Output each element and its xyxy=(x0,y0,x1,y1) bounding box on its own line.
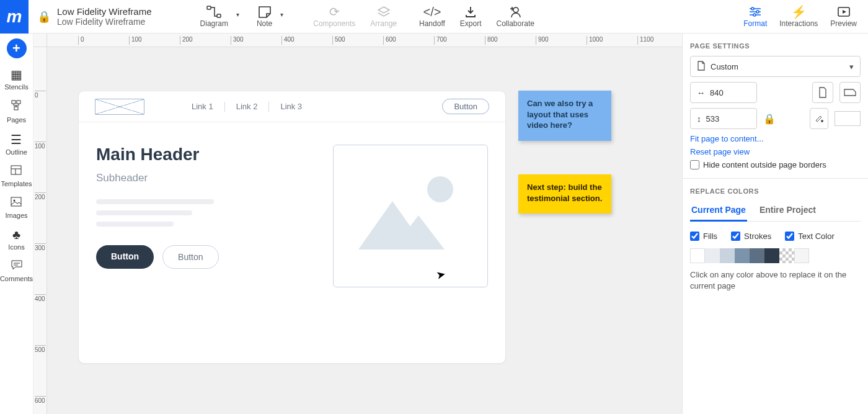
ruler-tick: 300 xyxy=(231,36,244,45)
width-icon: ↔ xyxy=(697,88,705,97)
ruler-tick: 200 xyxy=(35,192,46,200)
diagram-button[interactable]: Diagram ▾ xyxy=(195,4,233,29)
wf-text-line[interactable] xyxy=(96,210,192,215)
handoff-button[interactable]: </> Handoff xyxy=(414,4,450,29)
textcolor-input[interactable] xyxy=(785,232,794,241)
color-swatch[interactable] xyxy=(690,248,705,263)
page-size-preset-select[interactable]: Custom ▾ xyxy=(690,56,861,77)
preview-tab[interactable]: Preview xyxy=(825,4,862,29)
tab-current-page[interactable]: Current Page xyxy=(690,201,747,222)
color-swatch[interactable] xyxy=(794,248,809,263)
wf-link-1[interactable]: Link 1 xyxy=(192,102,213,111)
export-label: Export xyxy=(460,19,482,28)
bg-color-swatch[interactable] xyxy=(835,111,861,126)
color-swatch[interactable] xyxy=(720,248,735,263)
tab-entire-project[interactable]: Entire Project xyxy=(758,201,817,221)
color-swatch[interactable] xyxy=(705,248,720,263)
color-swatch-transparent[interactable] xyxy=(779,248,794,263)
play-icon xyxy=(836,5,851,19)
sidebar-item-icons[interactable]: ♣ Icons xyxy=(8,228,24,251)
ruler-tick: 600 xyxy=(383,36,396,45)
orientation-portrait-button[interactable] xyxy=(812,82,833,103)
wf-subheader[interactable]: Subheader xyxy=(96,172,314,184)
sticky-note-yellow[interactable]: Next step: build the testimonial section… xyxy=(518,174,611,214)
ruler-horizontal: 010020030040050060070080090010001100 xyxy=(47,34,682,47)
note-icon xyxy=(257,5,272,19)
svg-rect-7 xyxy=(12,101,16,104)
project-title: Low Fidelity Wireframe xyxy=(57,6,152,17)
components-button[interactable]: ⟳ Components xyxy=(308,4,360,29)
reset-view-link[interactable]: Reset page view xyxy=(690,147,861,156)
strokes-input[interactable] xyxy=(731,232,740,241)
chevron-down-icon[interactable]: ▾ xyxy=(236,11,239,18)
left-sidebar: + ▦ Stencils Pages ☰ Outline Templates I… xyxy=(0,34,33,414)
sidebar-item-outline[interactable]: ☰ Outline xyxy=(6,132,27,156)
fills-checkbox[interactable]: Fills xyxy=(690,232,717,241)
ruler-tick: 200 xyxy=(180,36,193,45)
note-button[interactable]: Note ▾ xyxy=(252,4,277,29)
color-swatch[interactable] xyxy=(750,248,764,263)
ruler-tick: 900 xyxy=(536,36,549,45)
download-icon xyxy=(463,5,478,19)
canvas-area[interactable]: 010020030040050060070080090010001100 010… xyxy=(33,34,682,414)
sidebar-item-comments[interactable]: Comments xyxy=(0,259,33,282)
svg-point-5 xyxy=(753,14,756,16)
ruler-tick: 700 xyxy=(434,36,447,45)
title-block[interactable]: Low Fidelity Wireframe Low Fidelity Wire… xyxy=(57,6,152,27)
sidebar-item-pages[interactable]: Pages xyxy=(7,99,26,124)
width-input[interactable]: ↔ 840 xyxy=(690,82,757,103)
preview-label: Preview xyxy=(830,19,857,28)
wf-text-line[interactable] xyxy=(96,199,214,204)
wf-secondary-button[interactable]: Button xyxy=(162,245,218,269)
refresh-icon: ⟳ xyxy=(327,5,342,19)
add-user-icon xyxy=(508,5,523,19)
separator-icon xyxy=(268,102,269,112)
wf-logo-placeholder[interactable] xyxy=(95,99,144,115)
color-swatch[interactable] xyxy=(735,248,750,263)
svg-point-2 xyxy=(513,7,518,12)
lock-icon[interactable]: 🔒 xyxy=(37,10,51,24)
wf-nav-button[interactable]: Button xyxy=(442,99,489,114)
sidebar-item-images[interactable]: Images xyxy=(5,196,27,219)
stage[interactable]: Link 1 Link 2 Link 3 Button Main Header … xyxy=(47,47,682,414)
fit-page-link[interactable]: Fit page to content... xyxy=(690,134,861,143)
note-label: Note xyxy=(257,19,272,28)
strokes-checkbox[interactable]: Strokes xyxy=(731,232,771,241)
height-input[interactable]: ↕ 533 xyxy=(690,108,757,129)
wf-link-3[interactable]: Link 3 xyxy=(280,102,302,111)
wf-link-2[interactable]: Link 2 xyxy=(236,102,258,111)
collaborate-button[interactable]: Collaborate xyxy=(492,4,539,29)
textcolor-checkbox[interactable]: Text Color xyxy=(785,232,835,241)
interactions-tab[interactable]: ⚡ Interactions xyxy=(774,4,823,29)
orientation-landscape-button[interactable] xyxy=(839,82,861,103)
sticky-note-blue[interactable]: Can we also try a layout that uses video… xyxy=(518,91,611,141)
ruler-tick: 500 xyxy=(35,345,46,353)
pages-icon xyxy=(10,99,22,115)
svg-point-14 xyxy=(14,200,16,202)
wf-main-header[interactable]: Main Header xyxy=(96,145,314,164)
hide-content-checkbox[interactable]: Hide content outside page borders xyxy=(690,160,861,169)
wf-text-line[interactable] xyxy=(96,222,174,227)
bg-color-button[interactable] xyxy=(810,108,828,129)
image-sun-icon xyxy=(427,176,453,202)
comments-label: Comments xyxy=(0,275,33,282)
templates-label: Templates xyxy=(1,180,32,187)
wf-image-placeholder[interactable] xyxy=(333,145,488,287)
svg-point-17 xyxy=(821,120,823,122)
add-button[interactable]: + xyxy=(7,38,27,58)
sidebar-item-templates[interactable]: Templates xyxy=(1,164,32,187)
sidebar-item-stencils[interactable]: ▦ Stencils xyxy=(4,67,29,91)
wf-primary-button[interactable]: Button xyxy=(96,245,154,269)
fills-input[interactable] xyxy=(690,232,699,241)
color-swatch[interactable] xyxy=(764,248,779,263)
hide-content-input[interactable] xyxy=(690,160,699,169)
arrange-button[interactable]: Arrange xyxy=(365,4,402,29)
lock-aspect-icon[interactable]: 🔒 xyxy=(763,113,776,125)
ruler-tick: 600 xyxy=(35,396,46,404)
layers-icon xyxy=(376,5,391,19)
format-tab[interactable]: Format xyxy=(738,4,772,29)
chevron-down-icon[interactable]: ▾ xyxy=(280,11,283,18)
wireframe-page[interactable]: Link 1 Link 2 Link 3 Button Main Header … xyxy=(78,91,506,364)
app-logo[interactable]: m xyxy=(0,0,29,34)
export-button[interactable]: Export xyxy=(455,4,487,29)
